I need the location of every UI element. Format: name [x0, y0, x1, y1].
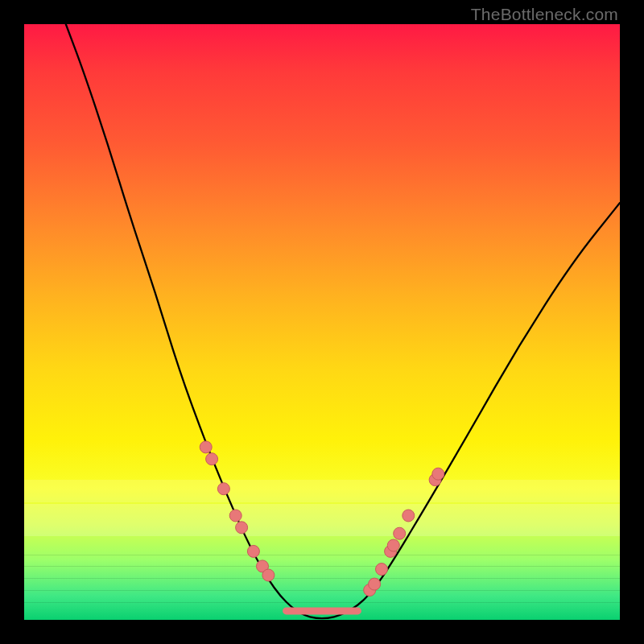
curve-marker — [236, 522, 248, 534]
chart-frame: TheBottleneck.com — [0, 0, 644, 644]
curve-marker — [247, 545, 259, 557]
curve-marker — [376, 564, 388, 576]
curve-marker — [387, 539, 399, 551]
curve-marker — [206, 453, 218, 465]
marker-group — [200, 441, 444, 597]
curve-marker — [200, 441, 212, 453]
curve-marker — [229, 510, 242, 522]
attribution-text: TheBottleneck.com — [471, 5, 618, 24]
bottleneck-curve — [66, 24, 620, 618]
curve-marker — [432, 468, 444, 480]
curve-marker — [402, 510, 415, 522]
curve-marker — [217, 483, 229, 495]
curve-marker — [262, 569, 275, 581]
chart-svg — [24, 24, 620, 620]
curve-marker — [394, 527, 406, 539]
curve-marker — [369, 578, 381, 590]
plot-area — [24, 24, 620, 620]
